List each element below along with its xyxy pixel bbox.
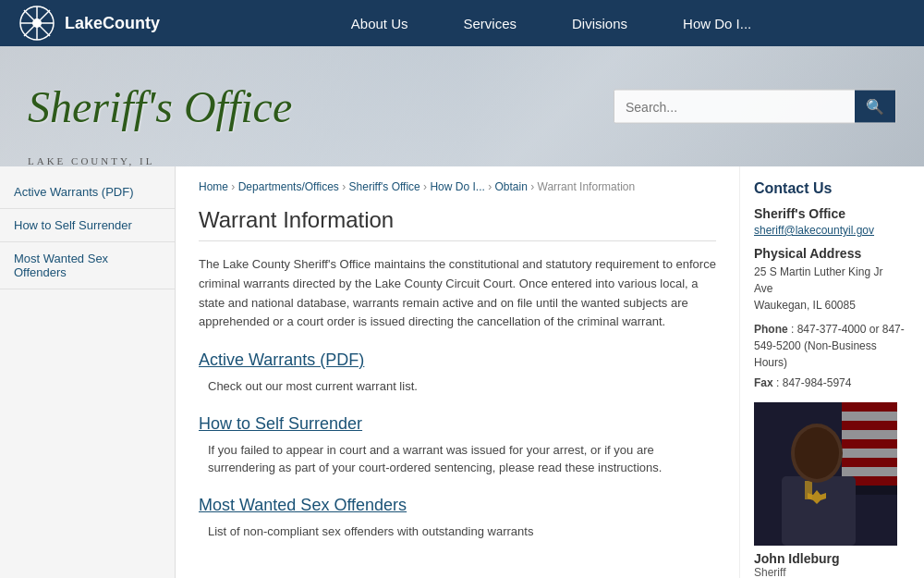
section-title-self-surrender: How to Self Surrender <box>199 414 716 434</box>
svg-point-5 <box>32 18 42 28</box>
contact-physical-address-label: Physical Address <box>754 246 910 261</box>
breadcrumb: Home › Departments/Offices › Sheriff's O… <box>199 180 716 193</box>
search-input[interactable] <box>614 92 855 121</box>
contact-phone: Phone : 847-377-4000 or 847-549-5200 (No… <box>754 321 910 371</box>
nav-how-do-i[interactable]: How Do I... <box>683 16 751 31</box>
sidebar-item-active-warrants[interactable]: Active Warrants (PDF) <box>0 176 175 209</box>
logo-text: LakeCounty <box>65 14 160 33</box>
contact-fax: Fax : 847-984-5974 <box>754 375 910 391</box>
breadcrumb-departments[interactable]: Departments/Offices <box>238 180 339 193</box>
nav-links: About Us Services Divisions How Do I... <box>197 16 906 31</box>
main-content: Home › Departments/Offices › Sheriff's O… <box>176 166 739 578</box>
nav-services[interactable]: Services <box>464 16 517 31</box>
svg-rect-17 <box>782 476 856 546</box>
breadcrumb-home[interactable]: Home <box>199 180 228 193</box>
sidebar-item-self-surrender[interactable]: How to Self Surrender <box>0 209 175 242</box>
lake-county-logo-icon <box>18 5 55 42</box>
contact-title: Contact Us <box>754 180 910 197</box>
section-link-self-surrender[interactable]: How to Self Surrender <box>199 414 362 433</box>
section-link-active-warrants[interactable]: Active Warrants (PDF) <box>199 350 364 369</box>
search-button[interactable]: 🔍 <box>855 91 895 123</box>
nav-divisions[interactable]: Divisions <box>572 16 627 31</box>
section-link-most-wanted[interactable]: Most Wanted Sex Offenders <box>199 496 407 514</box>
sheriff-photo <box>754 402 897 546</box>
page-title: Warrant Information <box>199 207 716 241</box>
sheriff-photo-container: John Idleburg Sheriff <box>754 402 910 578</box>
right-sidebar: Contact Us Sheriff's Office sheriff@lake… <box>739 166 924 578</box>
sheriff-name: John Idleburg <box>754 551 910 566</box>
sidebar-item-most-wanted[interactable]: Most Wanted Sex Offenders <box>0 242 175 289</box>
section-desc-self-surrender: If you failed to appear in court and a w… <box>208 441 716 477</box>
site-subtitle: LAKE COUNTY, IL <box>28 155 154 166</box>
search-area: 🔍 <box>614 90 896 124</box>
breadcrumb-current: Warrant Information <box>538 180 636 193</box>
header-banner: Sheriff's Office LAKE COUNTY, IL 🔍 <box>0 46 924 166</box>
sheriff-title-label: Sheriff <box>754 566 910 578</box>
section-title-most-wanted: Most Wanted Sex Offenders <box>199 496 716 515</box>
nav-about-us[interactable]: About Us <box>351 16 408 31</box>
breadcrumb-obtain[interactable]: Obtain <box>495 180 528 193</box>
logo-area[interactable]: LakeCounty <box>18 5 160 42</box>
contact-address: 25 S Martin Luther King Jr Ave Waukegan,… <box>754 264 910 314</box>
top-navigation: LakeCounty About Us Services Divisions H… <box>0 0 924 46</box>
left-sidebar: Active Warrants (PDF) How to Self Surren… <box>0 166 176 578</box>
contact-email[interactable]: sheriff@lakecountyil.gov <box>754 224 910 237</box>
breadcrumb-how-do-i[interactable]: How Do I... <box>430 180 484 193</box>
section-desc-most-wanted: List of non-compliant sex offenders with… <box>208 523 716 541</box>
svg-point-20 <box>795 427 839 479</box>
section-title-active-warrants: Active Warrants (PDF) <box>199 350 716 370</box>
breadcrumb-sheriffs-office[interactable]: Sheriff's Office <box>349 180 420 193</box>
site-title: Sheriff's Office <box>0 81 292 132</box>
contact-office-name: Sheriff's Office <box>754 206 910 221</box>
main-container: Active Warrants (PDF) How to Self Surren… <box>0 166 924 578</box>
section-desc-active-warrants: Check out our most current warrant list. <box>208 377 716 396</box>
intro-text: The Lake County Sheriff's Office maintai… <box>199 255 716 332</box>
